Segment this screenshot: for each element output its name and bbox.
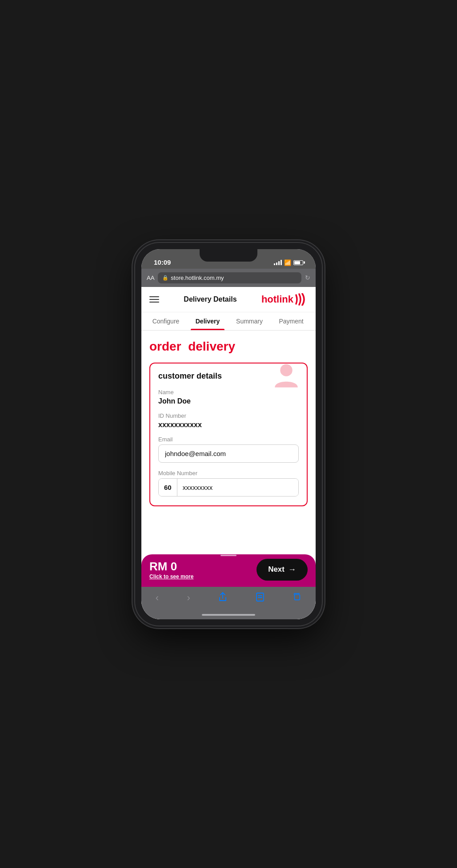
next-label: Next: [268, 565, 285, 574]
mobile-number-input[interactable]: [177, 479, 298, 496]
status-time: 10:09: [154, 258, 171, 266]
svg-point-0: [280, 364, 292, 376]
hotlink-logo: hotlink: [261, 293, 308, 306]
next-button[interactable]: Next →: [257, 559, 308, 581]
browser-bar: AA 🔒 store.hotlink.com.my ↻: [141, 269, 316, 287]
logo-text: hotlink: [261, 294, 293, 305]
mobile-input-row: 60: [158, 478, 299, 497]
phone-frame: 10:09 📶 AA 🔒 store.hotlink.com.my: [135, 243, 322, 626]
email-input[interactable]: [158, 444, 299, 463]
header-title: Delivery Details: [184, 295, 237, 303]
refresh-icon[interactable]: ↻: [305, 274, 310, 281]
status-icons: 📶: [274, 259, 303, 266]
tab-summary[interactable]: Summary: [228, 312, 270, 330]
id-value: xxxxxxxxxxx: [158, 421, 299, 429]
page-heading: order delivery: [149, 339, 308, 354]
svg-rect-1: [257, 593, 264, 601]
hamburger-menu[interactable]: [149, 296, 159, 303]
page-content: Delivery Details hotlink Configure Deliv…: [141, 287, 316, 619]
bottom-bar: RM 0 Click to see more Next →: [141, 554, 316, 587]
id-label: ID Number: [158, 412, 299, 419]
tab-bar: Configure Delivery Summary Payment: [141, 312, 316, 331]
arrow-right-icon: →: [288, 565, 296, 574]
price-amount: RM 0: [149, 560, 193, 573]
battery-icon: [293, 260, 303, 265]
bookmarks-button[interactable]: [250, 590, 270, 606]
share-button[interactable]: [213, 590, 233, 606]
name-label: Name: [158, 389, 299, 396]
home-bar: [202, 614, 255, 616]
tab-delivery[interactable]: Delivery: [187, 312, 228, 330]
email-label: Email: [158, 436, 299, 443]
browser-url-bar[interactable]: 🔒 store.hotlink.com.my: [158, 272, 301, 283]
home-indicator: [141, 612, 316, 619]
browser-aa-label[interactable]: AA: [147, 275, 154, 281]
click-to-see-more[interactable]: Click to see more: [149, 573, 193, 580]
tabs-button[interactable]: [287, 590, 307, 606]
logo-waves-icon: [293, 293, 308, 306]
browser-url-text: store.hotlink.com.my: [171, 275, 224, 281]
svg-rect-2: [295, 594, 300, 600]
price-section: RM 0 Click to see more: [149, 560, 193, 580]
country-code: 60: [159, 479, 177, 496]
customer-details-card: customer details Name John Doe ID Number…: [149, 363, 308, 506]
drag-handle: [220, 553, 237, 556]
safari-nav-bar: ‹ ›: [141, 587, 316, 612]
notch: [200, 249, 257, 262]
tab-configure[interactable]: Configure: [145, 312, 187, 330]
name-value: John Doe: [158, 397, 299, 405]
main-area: order delivery customer details Name Joh: [141, 331, 316, 554]
mobile-label: Mobile Number: [158, 470, 299, 476]
signal-icon: [274, 260, 282, 265]
back-button[interactable]: ‹: [150, 590, 164, 606]
phone-screen: 10:09 📶 AA 🔒 store.hotlink.com.my: [141, 249, 316, 619]
heading-red: delivery: [188, 339, 235, 353]
lock-icon: 🔒: [162, 275, 168, 281]
customer-avatar-icon: [273, 363, 300, 389]
app-header: Delivery Details hotlink: [141, 287, 316, 312]
forward-button[interactable]: ›: [182, 590, 196, 606]
wifi-icon: 📶: [284, 259, 291, 266]
tab-payment[interactable]: Payment: [270, 312, 312, 330]
heading-black: order: [149, 339, 181, 353]
